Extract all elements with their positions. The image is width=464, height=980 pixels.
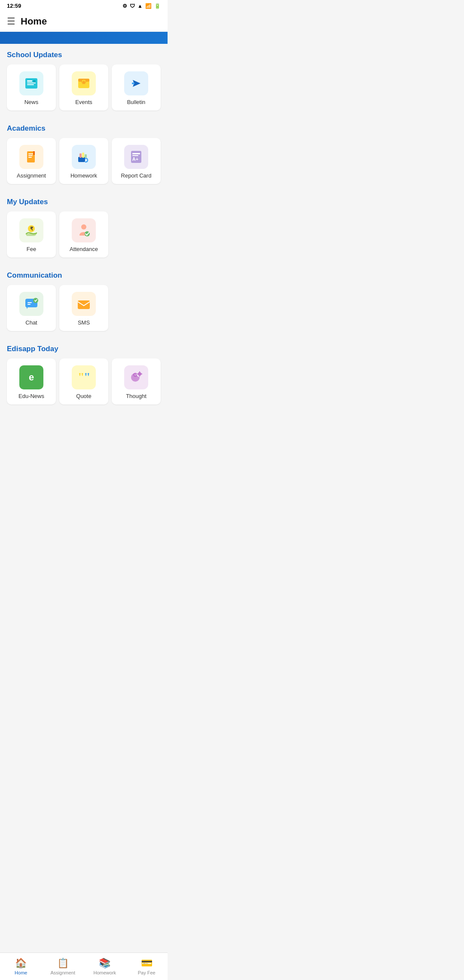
page-title: Home	[21, 16, 47, 27]
nav-item-assignment[interactable]: Assignment	[7, 138, 56, 184]
nav-item-chat[interactable]: Chat	[7, 285, 56, 331]
signal-icon: 📶	[145, 3, 152, 9]
svg-rect-14	[28, 157, 32, 158]
edisapp-today-grid: e Edu-News " " Quote	[7, 358, 161, 410]
reportcard-label: Report Card	[121, 172, 152, 179]
svg-rect-2	[27, 83, 36, 83]
scroll-content: School Updates News	[0, 44, 168, 446]
nav-item-sms[interactable]: SMS	[59, 285, 108, 331]
quote-icon: " "	[72, 365, 96, 389]
academics-grid: Assignment Homework	[7, 138, 161, 189]
svg-rect-32	[27, 304, 31, 305]
nav-item-fee[interactable]: ₹ Fee	[7, 211, 56, 257]
battery-icon: 🔋	[154, 3, 161, 9]
attendance-label: Attendance	[70, 246, 98, 252]
nav-item-homework[interactable]: Homework	[59, 138, 108, 184]
svg-rect-13	[28, 155, 33, 156]
fee-label: Fee	[27, 246, 36, 252]
status-bar: 12:59 ⚙ 🛡 ▲ 📶 🔋	[0, 0, 168, 12]
reportcard-icon: A+	[124, 145, 148, 169]
bulletin-icon	[124, 71, 148, 95]
events-label: Events	[75, 99, 92, 105]
thought-label: Thought	[126, 393, 147, 399]
svg-rect-12	[28, 153, 34, 154]
nav-item-attendance[interactable]: Attendance	[59, 211, 108, 257]
settings-icon: ⚙	[122, 3, 127, 9]
svg-rect-33	[78, 300, 90, 309]
svg-rect-31	[27, 302, 32, 303]
nav-item-bulletin[interactable]: Bulletin	[112, 64, 161, 110]
assignment-icon	[19, 145, 43, 169]
section-school-updates: School Updates News	[0, 44, 168, 117]
section-title-communication: Communication	[7, 271, 161, 280]
section-my-updates: My Updates ₹ Fee	[0, 191, 168, 264]
bulletin-label: Bulletin	[127, 99, 146, 105]
status-icons: ⚙ 🛡 ▲ 📶 🔋	[122, 3, 161, 9]
nav-item-reportcard[interactable]: A+ Report Card	[112, 138, 161, 184]
chat-label: Chat	[25, 319, 37, 326]
edunews-label: Edu-News	[18, 393, 44, 399]
svg-point-39	[138, 372, 141, 376]
sms-label: SMS	[78, 319, 90, 326]
section-academics: Academics Assignment	[0, 117, 168, 191]
svg-rect-1	[27, 80, 32, 82]
status-time: 12:59	[7, 3, 21, 9]
thought-icon	[124, 365, 148, 389]
wifi-icon: ▲	[137, 3, 143, 9]
shield-icon: 🛡	[130, 3, 135, 9]
svg-point-30	[33, 298, 38, 303]
svg-rect-22	[132, 153, 140, 154]
section-title-my-updates: My Updates	[7, 198, 161, 206]
nav-item-quote[interactable]: " " Quote	[59, 358, 108, 404]
my-updates-grid: ₹ Fee Attendance	[7, 211, 161, 263]
blue-banner	[0, 32, 168, 44]
svg-point-27	[81, 224, 86, 230]
svg-rect-23	[132, 155, 138, 156]
section-communication: Communication Chat	[0, 264, 168, 338]
header: ☰ Home	[0, 12, 168, 32]
nav-item-edunews[interactable]: e Edu-News	[7, 358, 56, 404]
edunews-icon: e	[19, 365, 43, 389]
nav-item-news[interactable]: News	[7, 64, 56, 110]
section-edisapp-today: Edisapp Today e Edu-News " " Quote	[0, 338, 168, 411]
school-updates-grid: News Events	[7, 64, 161, 116]
svg-rect-18	[79, 153, 82, 158]
svg-rect-4	[33, 80, 36, 83]
svg-rect-20	[85, 154, 87, 158]
communication-grid: Chat SMS	[7, 285, 161, 336]
section-title-academics: Academics	[7, 124, 161, 133]
sms-icon	[72, 292, 96, 316]
svg-point-16	[33, 152, 35, 154]
menu-icon[interactable]: ☰	[7, 16, 15, 27]
svg-text:": "	[84, 370, 91, 383]
nav-item-thought[interactable]: Thought	[112, 358, 161, 404]
svg-text:A+: A+	[132, 156, 138, 162]
homework-icon	[72, 145, 96, 169]
svg-rect-3	[27, 84, 34, 85]
section-title-edisapp-today: Edisapp Today	[7, 345, 161, 353]
nav-item-events[interactable]: Events	[59, 64, 108, 110]
fee-icon: ₹	[19, 218, 43, 242]
svg-text:₹: ₹	[30, 226, 33, 231]
attendance-icon	[72, 218, 96, 242]
chat-icon	[19, 292, 43, 316]
quote-label: Quote	[76, 393, 91, 399]
news-label: News	[24, 99, 39, 105]
section-title-school-updates: School Updates	[7, 51, 161, 59]
events-icon	[72, 71, 96, 95]
assignment-label: Assignment	[17, 172, 46, 179]
news-icon	[19, 71, 43, 95]
homework-label: Homework	[70, 172, 97, 179]
svg-rect-19	[82, 153, 84, 158]
svg-rect-10	[132, 83, 134, 84]
svg-point-37	[134, 373, 137, 377]
